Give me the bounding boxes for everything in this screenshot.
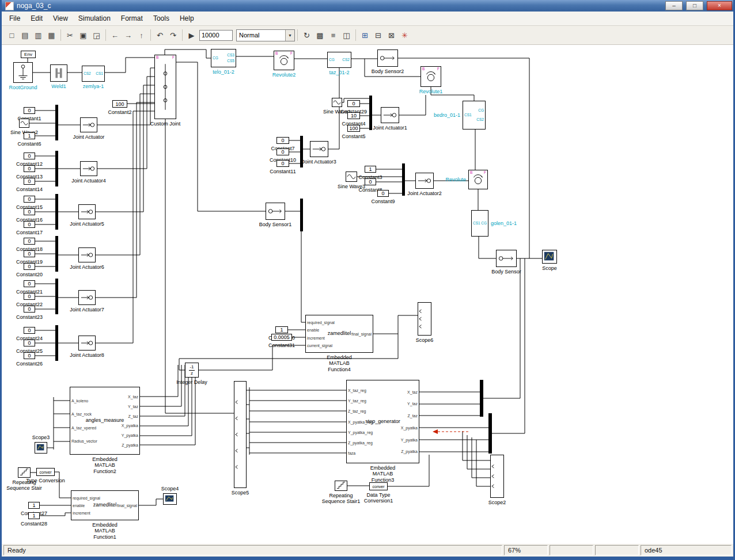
simulation-mode-dropdown[interactable]: Normal▼ [236,29,295,41]
open-button[interactable]: ▤ [18,29,32,42]
block-mux7[interactable] [369,96,372,130]
close-button[interactable]: × [707,1,732,10]
wire[interactable] [105,58,154,73]
block-mux11[interactable] [480,380,483,417]
menu-file[interactable]: File [4,13,25,24]
block-emf3[interactable]: step_generatorX_taz_regY_taz_regZ_taz_re… [346,380,419,463]
block-constant3[interactable]: 1 [365,166,376,173]
block-constant6[interactable]: 1 [24,132,35,139]
undo-button[interactable]: ↶ [153,29,166,42]
wire[interactable] [140,365,181,406]
new-button[interactable]: □ [5,29,18,42]
wire[interactable] [398,58,529,258]
library-browser-button[interactable]: ⊞ [358,29,372,42]
back-button[interactable]: ← [108,29,122,42]
wire[interactable] [472,437,490,478]
wire[interactable] [55,472,71,498]
wire[interactable] [97,77,154,169]
wire[interactable] [483,258,520,398]
start-simulation-button[interactable]: ▶ [185,29,198,42]
wire[interactable] [373,315,418,334]
block-mux3[interactable] [55,194,58,230]
block-stair1[interactable] [335,481,347,491]
block-mux9[interactable] [402,163,405,196]
deploy-button[interactable]: ◫ [340,29,353,42]
block-bedro[interactable]: CS1CGCS2 [463,101,486,129]
block-mux2[interactable] [55,151,58,186]
save-button[interactable]: ▥ [32,29,45,42]
block-constant4[interactable]: 10 [347,112,360,119]
wire[interactable] [96,94,154,255]
block-env[interactable]: Env [21,51,36,58]
block-constant28[interactable]: 1 [28,512,40,519]
block-constant21[interactable]: 0 [24,280,35,287]
block-bodysensor0[interactable] [496,250,517,267]
wire[interactable] [479,237,496,258]
block-revolute2[interactable]: BF [274,51,294,70]
block-constant27[interactable]: 1 [28,502,40,509]
block-revolute1[interactable]: BF [420,66,441,87]
block-constant2[interactable]: 100 [112,100,127,108]
copy-button[interactable]: ▣ [77,29,90,42]
block-bodysensor1[interactable] [266,203,285,220]
block-constant26[interactable]: 0 [24,352,35,359]
wire[interactable] [140,365,192,436]
block-telo[interactable]: CGCS3CS5 [211,49,236,67]
block-constant30[interactable]: 1 [275,326,288,333]
block-mux6[interactable] [55,325,58,361]
block-ja7[interactable] [78,290,96,305]
wire[interactable] [301,231,305,322]
model-browser-button[interactable]: ⊠ [385,29,398,42]
block-constant13[interactable]: 0 [24,165,35,172]
block-sinewave1[interactable] [332,98,342,107]
block-rootground[interactable] [13,62,33,83]
block-zemlya[interactable]: CS2CS1 [82,66,105,82]
wire[interactable] [399,95,426,115]
block-ja6[interactable] [78,247,96,262]
block-constant24[interactable]: 0 [24,327,35,334]
block-scope6[interactable] [418,302,431,336]
block-constant17[interactable]: 0 [24,221,35,228]
model-explorer-button[interactable]: ⊟ [372,29,385,42]
block-constant12[interactable]: 0 [24,153,35,159]
redo-button[interactable]: ↷ [166,29,180,42]
wire[interactable] [199,345,305,370]
block-ja1[interactable] [381,107,399,123]
block-taz[interactable]: CGCS2 [327,52,351,68]
print-button[interactable]: ▦ [45,29,58,42]
block-customjoint[interactable]: BF [154,55,176,119]
cut-button[interactable]: ✂ [63,29,77,42]
block-emf2[interactable]: angles_measureA_kolenoA_taz_rockA_taz_vp… [70,387,140,455]
block-mux10[interactable] [300,199,303,231]
block-constant22[interactable]: 0 [24,293,35,300]
block-integerdelay[interactable]: -1z [185,363,199,378]
build-button[interactable]: ▩ [313,29,327,42]
block-ja0[interactable] [80,117,97,132]
block-mux4[interactable] [55,236,58,272]
block-dtc1[interactable]: conver [369,482,388,490]
paste-button[interactable]: ◲ [90,29,103,42]
block-ja8[interactable] [78,336,96,351]
block-constant15[interactable]: 0 [24,196,35,203]
block-constant9[interactable]: 0 [377,190,389,197]
update-diagram-button[interactable]: ↻ [300,29,313,42]
block-ja2[interactable] [415,173,434,189]
block-scope2[interactable] [490,455,504,498]
block-scope4[interactable] [163,493,177,505]
block-ja5[interactable] [78,204,96,219]
block-constant5[interactable]: 100 [347,125,360,132]
block-constant8[interactable]: 0 [365,178,376,185]
menu-help[interactable]: Help [175,13,199,24]
block-mux12[interactable] [488,413,492,454]
block-stair0[interactable] [18,467,31,478]
menu-view[interactable]: View [48,13,73,24]
menu-simulation[interactable]: Simulation [73,13,116,24]
block-ja3[interactable] [310,141,328,157]
wire[interactable] [96,111,154,343]
wire[interactable] [140,365,188,426]
menu-tools[interactable]: Tools [148,13,175,24]
wire[interactable] [140,365,178,397]
block-constant14[interactable]: 0 [24,178,35,185]
block-constant20[interactable]: 0 [24,263,35,270]
wire[interactable] [139,499,163,505]
